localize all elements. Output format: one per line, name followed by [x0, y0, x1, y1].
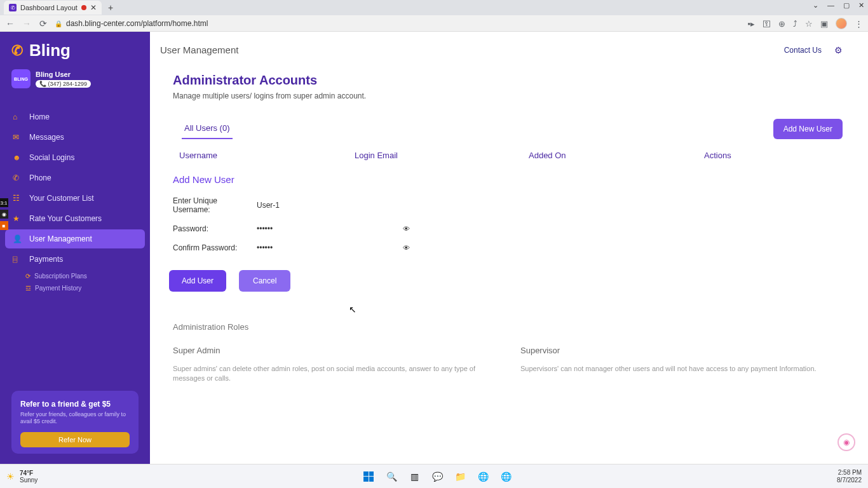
widget-stop-icon[interactable]: ■ — [0, 221, 8, 230]
sidebar-item-payments[interactable]: ⌸Payments — [5, 250, 145, 269]
help-bubble-icon[interactable]: ◉ — [837, 433, 855, 451]
roles-section: Administration Roles Super Admin Super a… — [173, 322, 843, 384]
chrome-icon-2[interactable]: 🌐 — [499, 470, 513, 484]
sidebar-item-user-management[interactable]: 👤User Management — [5, 229, 145, 248]
sun-icon: ☀ — [6, 471, 15, 482]
form-row-username: Enter Unique Username: — [173, 196, 843, 214]
form-row-confirm: Confirm Password: 👁 — [173, 243, 843, 252]
sidebar-item-label: Social Logins — [29, 153, 74, 162]
refer-title: Refer to a friend & get $5 — [20, 400, 130, 409]
sidebar-sub-payment-history[interactable]: ☲Payment History — [5, 282, 145, 294]
browser-chrome: ⌄ — ▢ ✕ ✆ Dashboard Layout ✕ + ← → ⟳ 🔒 d… — [0, 0, 868, 32]
brand-name: Bling — [29, 41, 71, 60]
maximize-icon[interactable]: ▢ — [843, 1, 850, 10]
explorer-icon[interactable]: 📁 — [453, 470, 467, 484]
sidebar-item-social-logins[interactable]: ☻Social Logins — [5, 148, 145, 167]
contact-link[interactable]: Contact Us — [784, 46, 822, 55]
weather-desc: Sunny — [20, 477, 37, 484]
sidebar-item-label: Your Customer List — [29, 194, 94, 203]
sidebar-item-phone[interactable]: ✆Phone — [5, 168, 145, 187]
panel-icon[interactable]: ▣ — [820, 19, 828, 29]
brand-logo-icon: ✆ — [11, 43, 23, 59]
address-bar: ← → ⟳ 🔒 dash.bling-center.com/platform/h… — [0, 15, 868, 32]
search-icon[interactable]: 🔍 — [384, 470, 398, 484]
side-widgets: 3:1 ◉ ■ — [0, 198, 8, 230]
url-text: dash.bling-center.com/platform/home.html — [66, 19, 208, 28]
confirm-password-input[interactable] — [257, 243, 384, 252]
password-input[interactable] — [257, 224, 384, 233]
close-tab-icon[interactable]: ✕ — [90, 3, 97, 12]
eye-icon[interactable]: 👁 — [403, 225, 410, 233]
sidebar-item-rate-customers[interactable]: ★Rate Your Customers — [5, 209, 145, 228]
chrome-icon[interactable]: 🌐 — [476, 470, 490, 484]
close-window-icon[interactable]: ✕ — [858, 1, 864, 10]
recording-icon — [81, 5, 86, 10]
widget-31-icon[interactable]: 3:1 — [0, 198, 8, 207]
add-new-user-button[interactable]: Add New User — [773, 119, 843, 139]
camera-icon[interactable]: ▪▸ — [747, 19, 755, 29]
form-title: Add New User — [173, 174, 843, 185]
profile-avatar-icon[interactable] — [836, 18, 847, 29]
form-actions: Add User Cancel — [169, 270, 843, 292]
refer-now-button[interactable]: Refer Now — [20, 432, 130, 447]
section-title: Administrator Accounts — [173, 73, 843, 88]
tab-title: Dashboard Layout — [20, 4, 78, 11]
label-username: Enter Unique Username: — [173, 196, 257, 214]
refer-box: Refer to a friend & get $5 Refer your fr… — [11, 391, 139, 454]
form-row-password: Password: 👁 — [173, 224, 843, 233]
add-user-button[interactable]: Add User — [169, 270, 226, 292]
list-icon: ☷ — [13, 194, 22, 203]
role-card-super-admin: Super Admin Super admins' can delete oth… — [173, 346, 495, 384]
payments-icon: ⌸ — [13, 255, 22, 264]
forward-button[interactable]: → — [22, 18, 32, 29]
task-view-icon[interactable]: ▥ — [407, 470, 421, 484]
gear-icon[interactable]: ⚙ — [834, 45, 843, 55]
sidebar-item-home[interactable]: ⌂Home — [5, 107, 145, 126]
favicon-icon: ✆ — [9, 4, 17, 11]
minimize-icon[interactable]: — — [827, 1, 834, 10]
sidebar-item-label: User Management — [29, 234, 92, 243]
phone-icon: ✆ — [13, 173, 22, 182]
taskbar-clock[interactable]: 2:58 PM 8/7/2022 — [837, 469, 862, 484]
rate-icon: ★ — [13, 214, 22, 223]
home-icon: ⌂ — [13, 112, 22, 121]
share-icon[interactable]: ⤴ — [793, 19, 797, 29]
widget-camera-icon[interactable]: ◉ — [0, 210, 8, 219]
page-title: User Management — [160, 44, 238, 55]
reload-button[interactable]: ⟳ — [38, 18, 48, 29]
label-password: Password: — [173, 224, 257, 233]
back-button[interactable]: ← — [5, 18, 15, 29]
sidebar-sub-subscription-plans[interactable]: ⟳Subscription Plans — [5, 270, 145, 282]
lock-icon: 🔒 — [55, 20, 62, 27]
chrome-actions: ▪▸ ⚿ ⊕ ⤴ ☆ ▣ ⋮ — [747, 18, 863, 29]
col-email: Login Email — [355, 151, 529, 160]
user-card: BLING Bling User 📞 (347) 284-1299 — [0, 69, 150, 95]
sidebar: ✆ Bling BLING Bling User 📞 (347) 284-129… — [0, 32, 150, 464]
url-box[interactable]: 🔒 dash.bling-center.com/platform/home.ht… — [55, 19, 741, 28]
start-button[interactable] — [362, 470, 376, 484]
sidebar-item-label: Messages — [29, 133, 64, 142]
menu-icon[interactable]: ⋮ — [855, 19, 863, 29]
role-desc: Super admins' can delete other admin rol… — [173, 364, 495, 384]
key-icon[interactable]: ⚿ — [763, 19, 771, 29]
sidebar-item-customer-list[interactable]: ☷Your Customer List — [5, 189, 145, 208]
brand: ✆ Bling — [0, 32, 150, 69]
username-input[interactable] — [257, 201, 384, 210]
zoom-icon[interactable]: ⊕ — [778, 19, 785, 29]
taskbar-weather[interactable]: ☀ 74°F Sunny — [6, 470, 37, 484]
role-name: Super Admin — [173, 346, 495, 355]
label-confirm: Confirm Password: — [173, 243, 257, 252]
browser-tab[interactable]: ✆ Dashboard Layout ✕ — [4, 1, 102, 15]
new-tab-button[interactable]: + — [102, 3, 119, 13]
star-icon[interactable]: ☆ — [805, 19, 813, 29]
date: 8/7/2022 — [837, 477, 862, 484]
chevron-down-icon[interactable]: ⌄ — [813, 1, 818, 10]
sidebar-item-label: Home — [29, 112, 50, 121]
roles-title: Administration Roles — [173, 322, 843, 332]
cancel-button[interactable]: Cancel — [239, 270, 290, 292]
tab-all-users[interactable]: All Users (0) — [182, 118, 233, 139]
chat-icon[interactable]: 💬 — [430, 470, 444, 484]
sidebar-item-messages[interactable]: ✉Messages — [5, 128, 145, 147]
eye-icon[interactable]: 👁 — [403, 244, 410, 252]
time: 2:58 PM — [837, 469, 862, 477]
